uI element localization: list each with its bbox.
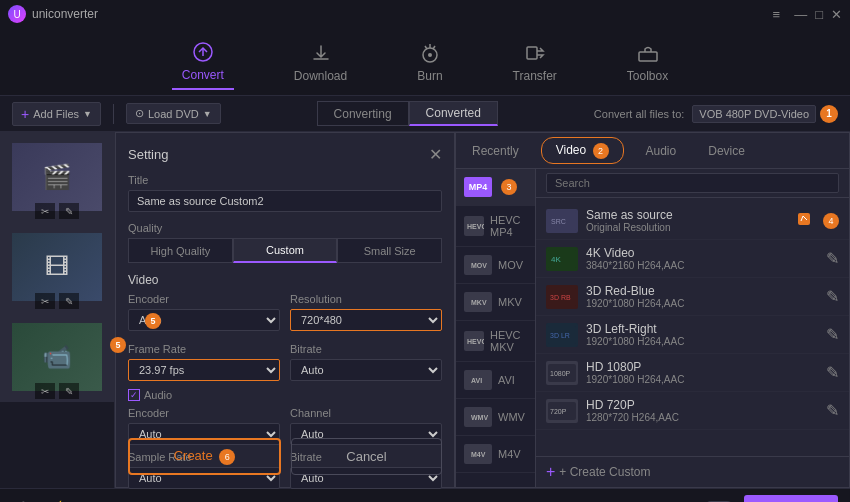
format-hevc-mkv[interactable]: HEVC HEVC MKV bbox=[456, 321, 535, 362]
tab-converting[interactable]: Converting bbox=[317, 101, 409, 126]
bitrate-select[interactable]: Auto bbox=[290, 359, 442, 381]
mp4-icon: MP4 bbox=[464, 177, 492, 197]
tab-converted[interactable]: Converted bbox=[409, 101, 498, 126]
same-as-source-name: Same as source bbox=[586, 208, 789, 222]
tab-recently[interactable]: Recently bbox=[456, 133, 535, 168]
format-3d-red[interactable]: 3D RB 3D Red-Blue 1920*1080 H264,AAC ✎ bbox=[536, 278, 849, 316]
file-cut-btn-3[interactable]: ✂ bbox=[35, 383, 55, 399]
edit-hd1080-icon[interactable]: ✎ bbox=[826, 363, 839, 382]
create-button[interactable]: Create 6 bbox=[128, 438, 281, 475]
format-mov[interactable]: MOV MOV bbox=[456, 247, 535, 284]
audio-channel-label: Channel bbox=[290, 407, 442, 419]
format-mkv[interactable]: MKV MKV bbox=[456, 284, 535, 321]
badge-1: 1 bbox=[820, 105, 838, 123]
format-search bbox=[536, 169, 849, 198]
format-3d-left[interactable]: 3D LR 3D Left-Right 1920*1080 H264,AAC ✎ bbox=[536, 316, 849, 354]
settings-close-button[interactable]: ✕ bbox=[429, 145, 442, 164]
tab-audio[interactable]: Audio bbox=[630, 133, 693, 168]
file-actions-3: ✂ ✎ bbox=[0, 383, 114, 399]
mkv-label: MKV bbox=[498, 296, 522, 308]
maximize-button[interactable]: □ bbox=[815, 7, 823, 22]
load-dvd-label: Load DVD bbox=[148, 108, 199, 120]
audio-checkbox[interactable]: ✓ bbox=[128, 389, 140, 401]
convert-all-button[interactable]: Convert All bbox=[744, 495, 838, 503]
nav-transfer[interactable]: Transfer bbox=[503, 35, 567, 89]
convert-all-label: Convert all files to: bbox=[594, 108, 684, 120]
format-wmv[interactable]: WMV WMV bbox=[456, 399, 535, 436]
edit-4k-icon[interactable]: ✎ bbox=[826, 249, 839, 268]
nav-toolbox-label: Toolbox bbox=[627, 69, 668, 83]
edit-hd720-icon[interactable]: ✎ bbox=[826, 401, 839, 420]
clock-icon[interactable]: ⏱ bbox=[12, 496, 36, 503]
format-same-as-source[interactable]: SRC Same as source Original Resolution 4 bbox=[536, 202, 849, 240]
svg-text:AVI: AVI bbox=[471, 377, 482, 384]
dvd-arrow: ▼ bbox=[203, 109, 212, 119]
quality-label: Quality bbox=[128, 222, 442, 234]
thumb-img-2: 🎞 bbox=[12, 233, 102, 301]
svg-text:4K: 4K bbox=[551, 255, 561, 264]
format-value[interactable]: VOB 480P DVD-Video bbox=[692, 105, 816, 123]
format-hd720[interactable]: 720P HD 720P 1280*720 H264,AAC ✎ bbox=[536, 392, 849, 430]
load-dvd-button[interactable]: ⊙ Load DVD ▼ bbox=[126, 103, 221, 124]
format-mp4[interactable]: MP4 3 bbox=[456, 169, 535, 206]
file-cut-btn-1[interactable]: ✂ bbox=[35, 203, 55, 219]
create-custom-footer[interactable]: + + Create Custom bbox=[536, 456, 849, 487]
divider bbox=[113, 104, 114, 124]
hd1080-name: HD 1080P bbox=[586, 360, 818, 374]
format-hevc-mp4[interactable]: HEVC HEVC MP4 bbox=[456, 206, 535, 247]
format-4k[interactable]: 4K 4K Video 3840*2160 H264,AAC ✎ bbox=[536, 240, 849, 278]
nav-download-label: Download bbox=[294, 69, 347, 83]
format-hd720-info: HD 720P 1280*720 H264,AAC bbox=[586, 398, 818, 423]
file-edit-btn-2[interactable]: ✎ bbox=[59, 293, 79, 309]
title-value[interactable]: Same as source Custom2 bbox=[128, 190, 442, 212]
quality-small-btn[interactable]: Small Size bbox=[337, 238, 442, 263]
window-controls: ≡ — □ ✕ bbox=[773, 7, 842, 22]
svg-text:MKV: MKV bbox=[471, 299, 487, 306]
folder-icon[interactable]: 📁 bbox=[384, 496, 408, 503]
nav-burn[interactable]: Burn bbox=[407, 35, 452, 89]
add-files-button[interactable]: + Add Files ▼ bbox=[12, 102, 101, 126]
file-item-2: 🎞 ✂ ✎ bbox=[0, 222, 114, 312]
format-m4v[interactable]: M4V M4V bbox=[456, 436, 535, 473]
tab-video[interactable]: Video 2 bbox=[541, 137, 624, 164]
format-avi[interactable]: AVI AVI bbox=[456, 362, 535, 399]
svg-rect-4 bbox=[639, 52, 657, 61]
format-4k-info: 4K Video 3840*2160 H264,AAC bbox=[586, 246, 818, 271]
close-button[interactable]: ✕ bbox=[831, 7, 842, 22]
mov-icon: MOV bbox=[464, 255, 492, 275]
nav-convert[interactable]: Convert bbox=[172, 34, 234, 90]
format-hd1080[interactable]: 1080P HD 1080P 1920*1080 H264,AAC ✎ bbox=[536, 354, 849, 392]
framerate-select[interactable]: 23.97 fps bbox=[128, 359, 280, 381]
nav-download[interactable]: Download bbox=[284, 35, 357, 89]
wmv-label: WMV bbox=[498, 411, 525, 423]
edit-same-icon[interactable] bbox=[797, 212, 811, 230]
format-hd1080-info: HD 1080P 1920*1080 H264,AAC bbox=[586, 360, 818, 385]
tab-device[interactable]: Device bbox=[692, 133, 761, 168]
edit-3d-red-icon[interactable]: ✎ bbox=[826, 287, 839, 306]
file-cut-btn-2[interactable]: ✂ bbox=[35, 293, 55, 309]
app-logo: U uniconverter bbox=[8, 5, 98, 23]
create-custom-label: + Create Custom bbox=[559, 465, 650, 479]
svg-rect-21 bbox=[798, 213, 810, 225]
file-edit-btn-1[interactable]: ✎ bbox=[59, 203, 79, 219]
framerate-label: Frame Rate bbox=[128, 343, 280, 355]
minimize-button[interactable]: — bbox=[794, 7, 807, 22]
nav-transfer-label: Transfer bbox=[513, 69, 557, 83]
format-tabs: Recently Video 2 Audio Device bbox=[456, 133, 849, 169]
cancel-button[interactable]: Cancel bbox=[291, 438, 442, 475]
avi-icon: AVI bbox=[464, 370, 492, 390]
menu-icon[interactable]: ≡ bbox=[773, 7, 781, 22]
toolbar: + Add Files ▼ ⊙ Load DVD ▼ Converting Co… bbox=[0, 96, 850, 132]
nav-toolbox[interactable]: Toolbox bbox=[617, 35, 678, 89]
framerate-group: Frame Rate 23.97 fps bbox=[128, 343, 280, 381]
format-right-area: SRC Same as source Original Resolution 4 bbox=[536, 169, 849, 487]
quality-custom-btn[interactable]: Custom bbox=[233, 238, 338, 263]
lightning-icon[interactable]: ⚡ bbox=[44, 496, 68, 503]
encoder-row: Encoder Auto Resolution 720*480 bbox=[128, 293, 442, 331]
resolution-select[interactable]: 720*480 bbox=[290, 309, 442, 331]
format-search-input[interactable] bbox=[546, 173, 839, 193]
quality-high-btn[interactable]: High Quality bbox=[128, 238, 233, 263]
file-edit-btn-3[interactable]: ✎ bbox=[59, 383, 79, 399]
nav-burn-label: Burn bbox=[417, 69, 442, 83]
edit-3d-left-icon[interactable]: ✎ bbox=[826, 325, 839, 344]
